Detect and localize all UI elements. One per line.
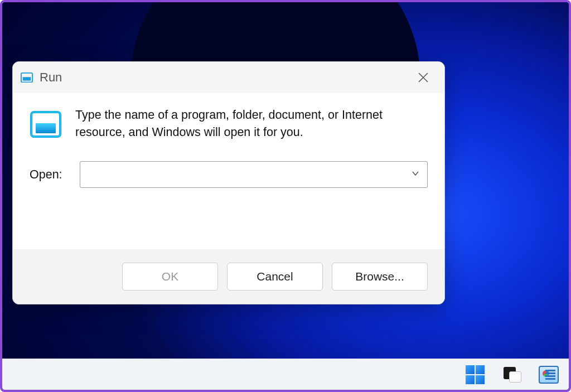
run-dialog: Run Type the name of a program, folder, … — [12, 61, 445, 304]
ok-button[interactable]: OK — [122, 263, 218, 291]
titlebar: Run — [13, 62, 444, 93]
cancel-button[interactable]: Cancel — [227, 263, 323, 291]
close-button[interactable] — [410, 64, 437, 91]
dialog-content: Type the name of a program, folder, docu… — [13, 93, 444, 249]
start-button[interactable] — [465, 365, 485, 385]
run-icon — [30, 109, 62, 141]
taskbar — [2, 359, 569, 390]
resource-monitor-button[interactable] — [539, 365, 559, 385]
task-view-icon — [502, 367, 521, 383]
dialog-title: Run — [40, 70, 410, 85]
run-title-icon — [21, 72, 33, 83]
open-input[interactable] — [80, 161, 428, 188]
svg-rect-1 — [23, 77, 31, 80]
task-view-button[interactable] — [502, 365, 522, 385]
button-area: OK Cancel Browse... — [13, 249, 444, 304]
desktop-background: Run Type the name of a program, folder, … — [2, 2, 569, 390]
svg-rect-7 — [36, 123, 56, 133]
resource-monitor-icon — [539, 366, 559, 384]
open-label: Open: — [30, 168, 66, 182]
browse-button[interactable]: Browse... — [332, 263, 428, 291]
dialog-description: Type the name of a program, folder, docu… — [75, 107, 428, 141]
windows-icon — [466, 365, 485, 384]
